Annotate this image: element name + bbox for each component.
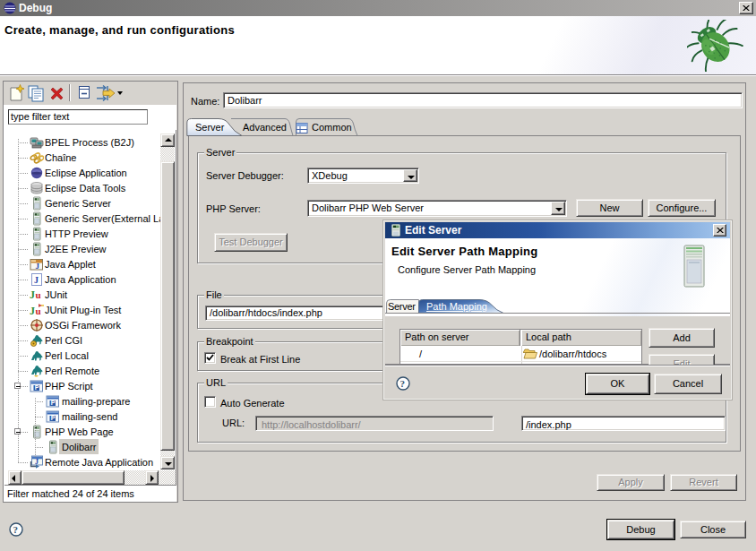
svg-text:?: ?	[13, 524, 19, 535]
svg-text:?: ?	[400, 378, 406, 389]
